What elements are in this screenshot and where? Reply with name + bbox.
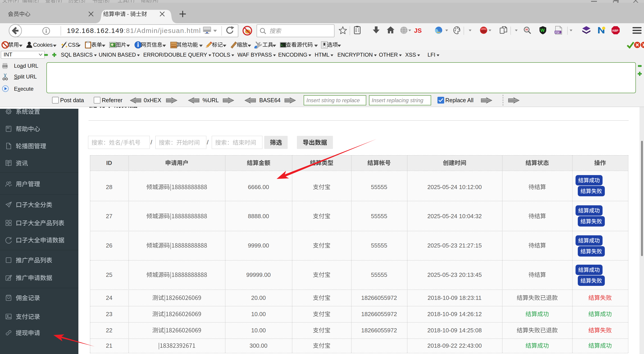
svg-text:W: W xyxy=(540,28,545,33)
svg-text:>_: >_ xyxy=(281,44,284,47)
svg-text:PDF: PDF xyxy=(555,31,560,34)
svg-text:ABP: ABP xyxy=(612,29,618,32)
svg-text:H: H xyxy=(526,28,528,31)
